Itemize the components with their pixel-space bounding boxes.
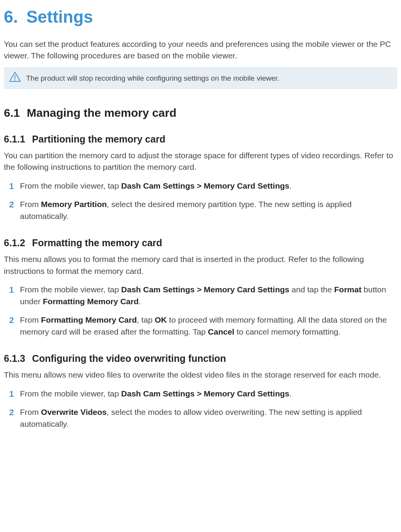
section-6-1-3-steps: 1 From the mobile viewer, tap Dash Cam S… [4,388,397,430]
subsection-title: Partitioning the memory card [32,134,165,144]
list-item: 2 From Formatting Memory Card, tap OK to… [4,314,397,338]
subsection-title: Formatting the memory card [32,237,162,248]
list-item: 2 From Memory Partition, select the desi… [4,199,397,222]
section-6-1-2-heading: 6.1.2Formatting the memory card [4,236,397,250]
step-number: 2 [9,199,14,211]
section-6-1-3-body: This menu allows new video files to over… [4,369,397,381]
ui-label: Overwrite Videos [41,408,107,416]
section-title: Managing the memory card [27,106,177,119]
ui-label: Formatting Memory Card [43,297,139,306]
ui-label: Formatting Memory Card [41,315,137,324]
step-text: From [20,200,41,209]
ui-label: Memory Partition [41,200,107,209]
section-6-1-2-body: This menu allows you to format the memor… [4,254,397,277]
warning-callout: The product will stop recording while co… [4,67,397,89]
subsection-number: 6.1.3 [4,353,25,364]
chapter-name: Settings [26,7,93,26]
subsection-title: Configuring the video overwriting functi… [32,353,226,364]
chapter-intro: You can set the product features accordi… [4,38,397,62]
step-text: . [289,389,292,398]
step-text: From [20,408,41,416]
step-number: 2 [9,314,14,326]
step-text: . [289,181,292,190]
step-number: 2 [9,406,14,419]
warning-text: The product will stop recording while co… [26,73,279,84]
step-number: 1 [9,180,14,192]
chapter-title: 6.Settings [4,5,397,29]
list-item: 1 From the mobile viewer, tap Dash Cam S… [4,284,397,307]
chapter-number: 6. [4,7,18,26]
section-6-1-1-body: You can partition the memory card to adj… [4,150,397,173]
step-text: and tap the [289,285,334,294]
ui-label: OK [155,315,167,324]
section-6-1-3-heading: 6.1.3Configuring the video overwriting f… [4,351,397,365]
list-item: 2 From Overwrite Videos, select the mode… [4,406,397,430]
section-6-1-1-heading: 6.1.1Partitioning the memory card [4,132,397,146]
ui-path: Dash Cam Settings > Memory Card Settings [121,285,289,294]
section-6-1-1-steps: 1 From the mobile viewer, tap Dash Cam S… [4,180,397,222]
section-6-1-2-steps: 1 From the mobile viewer, tap Dash Cam S… [4,284,397,338]
subsection-number: 6.1.2 [4,237,25,248]
section-6-1-heading: 6.1Managing the memory card [4,104,397,121]
step-text: From the mobile viewer, tap [20,181,121,190]
step-number: 1 [9,388,14,400]
list-item: 1 From the mobile viewer, tap Dash Cam S… [4,180,397,192]
section-number: 6.1 [4,106,20,119]
ui-path: Dash Cam Settings > Memory Card Settings [121,181,289,190]
warning-icon [9,72,21,85]
step-text: , tap [137,315,155,324]
ui-label: Format [334,285,361,294]
list-item: 1 From the mobile viewer, tap Dash Cam S… [4,388,397,399]
step-text: to cancel memory formatting. [234,327,341,336]
ui-label: Cancel [208,327,234,336]
step-text: From the mobile viewer, tap [20,285,121,294]
step-number: 1 [9,284,14,296]
ui-path: Dash Cam Settings > Memory Card Settings [121,389,289,398]
step-text: From the mobile viewer, tap [20,389,121,398]
step-text: . [139,297,141,306]
subsection-number: 6.1.1 [4,134,25,144]
step-text: From [20,315,41,324]
svg-point-2 [14,79,15,80]
